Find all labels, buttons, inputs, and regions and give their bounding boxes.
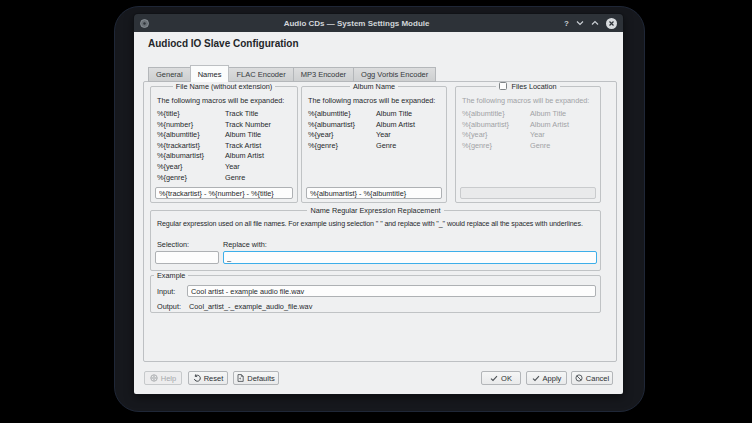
macro-row: %{albumtitle}Album Title [308, 109, 444, 120]
group-files-location: Files Location The following macros will… [455, 86, 601, 203]
group-regex-title: Name Regular Expression Replacement [307, 206, 443, 215]
settings-window: Audio CDs — System Settings Module ? Aud… [134, 14, 623, 394]
replace-with-input[interactable] [223, 251, 597, 264]
life-buoy-icon [150, 374, 158, 382]
macro-value: Track Title [225, 109, 258, 120]
tab-bar: General Names FLAC Encoder MP3 Encoder O… [148, 65, 436, 82]
macro-key: %{albumartist} [157, 151, 225, 162]
macro-row: %{genre}Genre [308, 141, 444, 152]
tab-flac-encoder[interactable]: FLAC Encoder [228, 67, 293, 82]
file-name-macros-intro: The following macros will be expanded: [157, 96, 284, 105]
macro-key: %{albumtitle} [157, 130, 225, 141]
macro-key: %{albumartist} [308, 120, 376, 131]
file-name-macro-list: %{title}Track Title %{number}Track Numbe… [157, 109, 295, 183]
document-revert-icon [237, 374, 244, 382]
window-content: Audiocd IO Slave Configuration General N… [134, 32, 623, 394]
replace-with-label: Replace with: [223, 240, 267, 249]
macro-row: %{title}Track Title [157, 109, 295, 120]
album-name-macro-list: %{albumtitle}Album Title %{albumartist}A… [308, 109, 444, 151]
example-output-value: Cool_artist_-_example_audio_file.wav [189, 302, 312, 311]
group-album-name: Album Name The following macros will be … [301, 86, 447, 203]
macro-value: Genre [225, 173, 245, 184]
macro-row: %{albumartist}Album Artist [462, 120, 598, 131]
tab-names[interactable]: Names [190, 65, 230, 82]
help-button[interactable]: Help [144, 371, 182, 385]
macro-key: %{albumtitle} [308, 109, 376, 120]
macro-value: Album Artist [225, 151, 264, 162]
example-output-label: Output: [157, 302, 181, 311]
group-album-name-title: Album Name [350, 82, 398, 91]
files-location-checkbox[interactable] [499, 82, 507, 90]
tab-ogg-vorbis-encoder[interactable]: Ogg Vorbis Encoder [353, 67, 436, 82]
macro-key: %{year} [462, 130, 530, 141]
macro-row: %{trackartist}Track Artist [157, 141, 295, 152]
group-file-name-title: File Name (without extension) [173, 82, 276, 91]
files-location-pattern-input [460, 187, 596, 199]
macro-key: %{genre} [157, 173, 225, 184]
macro-row: %{year}Year [157, 162, 295, 173]
macro-row: %{genre}Genre [157, 173, 295, 184]
window-title: Audio CDs — System Settings Module [149, 19, 564, 28]
regex-description: Regular expression used on all file name… [157, 220, 583, 228]
maximize-button[interactable] [591, 20, 599, 26]
macro-value: Genre [376, 141, 396, 152]
tab-general[interactable]: General [148, 67, 191, 82]
macro-row: %{albumtitle}Album Title [462, 109, 598, 120]
cancel-button[interactable]: Cancel [571, 371, 613, 385]
album-name-pattern-input[interactable] [306, 187, 442, 199]
circle-slash-icon [575, 374, 583, 382]
group-files-location-title: Files Location [511, 82, 556, 91]
macro-key: %{trackartist} [157, 141, 225, 152]
file-name-pattern-input[interactable] [155, 187, 293, 199]
macro-value: Album Title [530, 109, 566, 120]
defaults-button[interactable]: Defaults [233, 371, 279, 385]
macro-value: Track Number [225, 120, 271, 131]
macro-value: Year [225, 162, 240, 173]
macro-value: Year [376, 130, 391, 141]
minimize-button[interactable] [576, 20, 584, 26]
macro-key: %{year} [157, 162, 225, 173]
group-file-name: File Name (without extension) The follow… [150, 86, 298, 203]
macro-value: Track Artist [225, 141, 261, 152]
macro-key: %{albumartist} [462, 120, 530, 131]
macro-key: %{albumtitle} [462, 109, 530, 120]
check-icon [490, 375, 498, 382]
macro-key: %{title} [157, 109, 225, 120]
undo-icon [193, 374, 201, 382]
macro-row: %{number}Track Number [157, 120, 295, 131]
page-title: Audiocd IO Slave Configuration [148, 38, 299, 49]
example-input-label: Input: [157, 287, 175, 296]
selection-input[interactable] [155, 251, 219, 264]
check-icon [532, 375, 540, 382]
macro-key: %{genre} [308, 141, 376, 152]
macro-value: Genre [530, 141, 550, 152]
group-regex-replacement: Name Regular Expression Replacement Regu… [150, 210, 601, 271]
macro-row: %{genre}Genre [462, 141, 598, 152]
macro-key: %{year} [308, 130, 376, 141]
reset-button[interactable]: Reset [188, 371, 228, 385]
macro-row: %{year}Year [308, 130, 444, 141]
group-example: Example Input: Output: Cool_artist_-_exa… [150, 275, 601, 313]
tab-mp3-encoder[interactable]: MP3 Encoder [293, 67, 354, 82]
macro-row: %{albumartist}Album Artist [157, 151, 295, 162]
macro-key: %{number} [157, 120, 225, 131]
macro-row: %{albumtitle}Album Title [157, 130, 295, 141]
group-example-title: Example [154, 271, 188, 280]
titlebar[interactable]: Audio CDs — System Settings Module ? [134, 14, 623, 32]
cd-disc-icon[interactable] [140, 19, 149, 28]
apply-button[interactable]: Apply [526, 371, 567, 385]
macro-value: Year [530, 130, 545, 141]
titlebar-help-button[interactable]: ? [564, 19, 569, 28]
ok-button[interactable]: OK [481, 371, 521, 385]
files-location-macros-intro: The following macros will be expanded: [462, 96, 589, 105]
close-button[interactable] [606, 18, 617, 29]
example-input[interactable] [187, 285, 596, 297]
macro-row: %{year}Year [462, 130, 598, 141]
macro-key: %{genre} [462, 141, 530, 152]
macro-value: Album Artist [530, 120, 569, 131]
macro-value: Album Title [376, 109, 412, 120]
selection-label: Selection: [157, 240, 189, 249]
files-location-macro-list: %{albumtitle}Album Title %{albumartist}A… [462, 109, 598, 151]
macro-value: Album Artist [376, 120, 415, 131]
macro-row: %{albumartist}Album Artist [308, 120, 444, 131]
